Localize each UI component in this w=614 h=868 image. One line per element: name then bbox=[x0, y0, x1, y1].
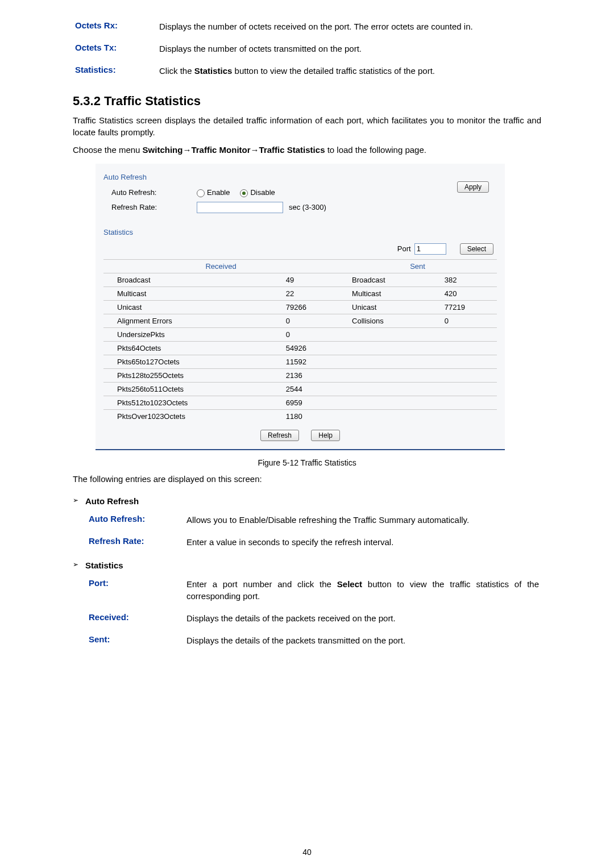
nav-b2: Traffic Monitor bbox=[191, 145, 250, 155]
help-button[interactable]: Help bbox=[311, 430, 340, 441]
term-octets-tx: Octets Tx: bbox=[73, 39, 157, 61]
stat-name: Unicast bbox=[338, 300, 441, 314]
nav-arrow1: → bbox=[182, 145, 191, 155]
radio-checked-icon bbox=[240, 189, 248, 197]
stat-name: Pkts128to255Octets bbox=[103, 368, 283, 382]
stat-name: Alignment Errors bbox=[103, 314, 283, 327]
def-port-bold: Select bbox=[337, 579, 362, 589]
nav-arrow2: → bbox=[251, 145, 259, 155]
stat-value: 2544 bbox=[283, 382, 338, 396]
enable-radio-label: Enable bbox=[207, 188, 230, 197]
term-port: Port: bbox=[86, 575, 184, 609]
stat-value: 79266 bbox=[283, 300, 338, 314]
stat-value: 1180 bbox=[283, 409, 338, 423]
stat-name: PktsOver1023Octets bbox=[103, 409, 283, 423]
section-heading: 5.3.2 Traffic Statistics bbox=[73, 94, 541, 109]
stat-value: 6959 bbox=[283, 396, 338, 409]
stats-table: Received Sent Broadcast 49 Broadcast 382… bbox=[103, 259, 497, 423]
nav-b1: Switching bbox=[143, 145, 183, 155]
def-sent: Displays the details of the packets tran… bbox=[184, 631, 541, 653]
bullet-icon: ➢ bbox=[73, 560, 78, 568]
auto-refresh-definitions: Auto Refresh: Allows you to Enable/Disab… bbox=[86, 510, 541, 555]
disable-radio-label: Disable bbox=[250, 188, 275, 197]
stat-name: Multicast bbox=[338, 286, 441, 300]
refresh-rate-label: Refresh Rate: bbox=[111, 203, 197, 211]
stat-name: Pkts64Octets bbox=[103, 341, 283, 355]
stat-name: Pkts65to127Octets bbox=[103, 355, 283, 368]
term-refresh-rate: Refresh Rate: bbox=[86, 533, 184, 555]
def-auto-refresh: Allows you to Enable/Disable refreshing … bbox=[184, 510, 541, 533]
stat-value: 54926 bbox=[283, 341, 338, 355]
stat-value: 11592 bbox=[283, 355, 338, 368]
stat-value: 382 bbox=[441, 273, 497, 286]
stat-value: 0 bbox=[283, 327, 338, 341]
def-octets-rx: Displays the number of octets received o… bbox=[157, 17, 541, 39]
stat-value: 2136 bbox=[283, 368, 338, 382]
following-entries: The following entries are displayed on t… bbox=[73, 473, 541, 485]
term-received: Received: bbox=[86, 609, 184, 631]
term-auto-refresh: Auto Refresh: bbox=[86, 510, 184, 533]
nav-line: Choose the menu Switching→Traffic Monito… bbox=[73, 144, 541, 156]
page-number: 40 bbox=[0, 848, 614, 857]
disable-radio[interactable]: Disable bbox=[240, 188, 275, 197]
stat-value: 22 bbox=[283, 286, 338, 300]
stat-value: 0 bbox=[283, 314, 338, 327]
sent-header: Sent bbox=[338, 259, 497, 273]
enable-radio[interactable]: Enable bbox=[197, 188, 230, 197]
def-refresh-rate: Enter a value in seconds to specify the … bbox=[184, 533, 541, 555]
def-statistics: Click the Statistics button to view the … bbox=[157, 61, 541, 84]
refresh-rate-input[interactable] bbox=[197, 202, 283, 213]
auto-refresh-title: Auto Refresh bbox=[103, 173, 497, 181]
stat-name: Pkts256to511Octets bbox=[103, 382, 283, 396]
refresh-rate-unit: sec (3-300) bbox=[289, 203, 326, 211]
top-definitions: Octets Rx: Displays the number of octets… bbox=[73, 17, 541, 84]
traffic-statistics-panel: Auto Refresh Apply Auto Refresh: Enable … bbox=[96, 164, 505, 450]
stat-value: 77219 bbox=[441, 300, 497, 314]
stat-value: 49 bbox=[283, 273, 338, 286]
nav-b3: Traffic Statistics bbox=[259, 145, 325, 155]
def-octets-tx: Displays the number of octets transmitte… bbox=[157, 39, 541, 61]
def-port-pre: Enter a port number and click the bbox=[186, 579, 337, 589]
group-heading-auto-refresh: Auto Refresh bbox=[85, 496, 139, 506]
term-octets-rx: Octets Rx: bbox=[73, 17, 157, 39]
apply-button[interactable]: Apply bbox=[457, 181, 489, 193]
stat-name: UndersizePkts bbox=[103, 327, 283, 341]
figure-caption: Figure 5-12 Traffic Statistics bbox=[73, 458, 541, 467]
def-port: Enter a port number and click the Select… bbox=[184, 575, 541, 609]
statistics-title: Statistics bbox=[103, 228, 497, 236]
statistics-definitions: Port: Enter a port number and click the … bbox=[86, 575, 541, 653]
stat-name: Pkts512to1023Octets bbox=[103, 396, 283, 409]
received-header: Received bbox=[103, 259, 338, 273]
term-sent: Sent: bbox=[86, 631, 184, 653]
stat-name: Unicast bbox=[103, 300, 283, 314]
stat-name: Broadcast bbox=[338, 273, 441, 286]
term-statistics: Statistics: bbox=[73, 61, 157, 84]
stat-name: Broadcast bbox=[103, 273, 283, 286]
stat-value: 420 bbox=[441, 286, 497, 300]
def-received: Displays the details of the packets rece… bbox=[184, 609, 541, 631]
def-statistics-pre: Click the bbox=[159, 66, 194, 76]
port-input[interactable]: 1 bbox=[414, 243, 446, 255]
stat-value: 0 bbox=[441, 314, 497, 327]
group-heading-statistics: Statistics bbox=[85, 560, 123, 570]
select-button[interactable]: Select bbox=[460, 243, 493, 255]
bullet-icon: ➢ bbox=[73, 496, 78, 504]
radio-icon bbox=[197, 189, 205, 197]
def-statistics-bold: Statistics bbox=[194, 66, 233, 76]
refresh-button[interactable]: Refresh bbox=[260, 430, 299, 441]
section-paragraph: Traffic Statistics screen displays the d… bbox=[73, 114, 541, 138]
def-statistics-post: button to view the detailed traffic stat… bbox=[232, 66, 435, 76]
port-label: Port bbox=[397, 244, 411, 253]
nav-post: to load the following page. bbox=[325, 145, 426, 155]
stat-name: Collisions bbox=[338, 314, 441, 327]
nav-pre: Choose the menu bbox=[73, 145, 143, 155]
auto-refresh-label: Auto Refresh: bbox=[111, 188, 197, 197]
stat-name: Multicast bbox=[103, 286, 283, 300]
